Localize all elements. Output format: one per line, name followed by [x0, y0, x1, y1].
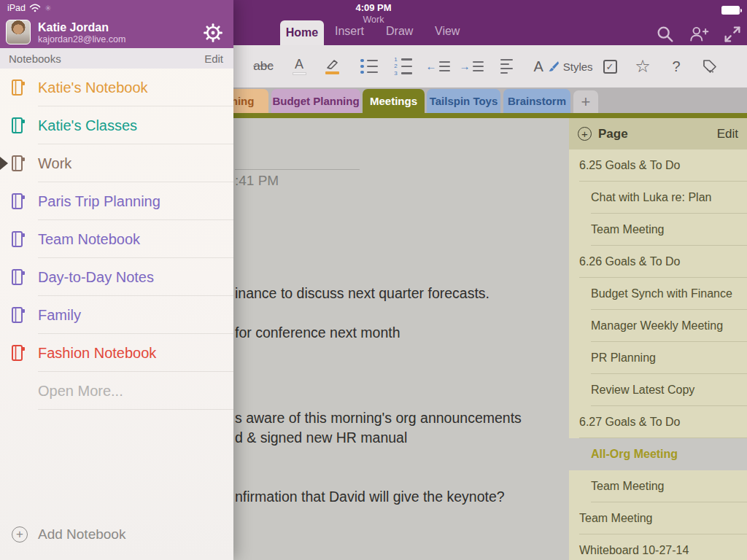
- battery-icon: [721, 6, 740, 15]
- star-tag-button[interactable]: ☆: [626, 45, 659, 88]
- page-list: 6.25 Goals & To Do Chat with Luka re: Pl…: [569, 149, 747, 560]
- page-row[interactable]: Team Meeting: [569, 470, 747, 502]
- notebook-row-current[interactable]: Work: [0, 144, 233, 182]
- add-notebook-button[interactable]: + Add Notebook: [0, 516, 233, 553]
- current-notebook-arrow: [0, 157, 8, 170]
- page-edit-button[interactable]: Edit: [717, 127, 738, 141]
- page-list-panel: + Page Edit 6.25 Goals & To Do Chat with…: [569, 118, 747, 560]
- tab-draw[interactable]: Draw: [386, 25, 413, 38]
- font-color-button[interactable]: A: [282, 45, 316, 88]
- bullet-list-button[interactable]: [352, 45, 386, 88]
- star-icon: ☆: [635, 58, 651, 75]
- section-tab-brainstorm[interactable]: Brainstorm: [503, 89, 570, 113]
- add-page-button[interactable]: Page: [598, 127, 628, 141]
- device-status: iPad ✳: [7, 3, 51, 13]
- section-tab-meetings[interactable]: Meetings: [363, 89, 425, 113]
- note-text-line: for conference next month: [235, 324, 400, 341]
- sync-spinner-icon: ✳: [44, 4, 51, 13]
- notebook-icon: [10, 230, 26, 248]
- section-tab-budget-planning[interactable]: Budget Planning: [271, 89, 360, 113]
- note-text-line: s aware of this morning's org announceme…: [235, 410, 522, 427]
- onenote-app: 4:09 PM Work Home Insert Draw View abc: [0, 0, 747, 560]
- notebook-icon: [10, 306, 26, 324]
- styles-button[interactable]: A Styles: [530, 45, 597, 88]
- strikethrough-button[interactable]: abc: [247, 45, 280, 88]
- page-row[interactable]: Manager Weekly Meeting: [569, 310, 747, 342]
- user-name: Katie Jordan: [38, 21, 109, 34]
- tag-icon: [702, 58, 718, 74]
- outdent-button[interactable]: ←: [421, 45, 454, 88]
- page-row[interactable]: Chat with Luka re: Plan: [569, 182, 747, 214]
- more-tags-button[interactable]: [693, 45, 727, 88]
- highlight-color-swatch: [325, 71, 339, 74]
- font-color-swatch: [293, 72, 306, 75]
- user-avatar[interactable]: [6, 20, 31, 44]
- tab-insert[interactable]: Insert: [335, 25, 364, 38]
- notebook-row[interactable]: Paris Trip Planning: [0, 182, 233, 220]
- tab-home[interactable]: Home: [280, 20, 324, 45]
- page-row[interactable]: Team Meeting: [569, 214, 747, 246]
- tab-view[interactable]: View: [435, 25, 460, 38]
- search-icon[interactable]: [655, 24, 676, 44]
- notebooks-list-header: Notebooks Edit: [0, 48, 233, 69]
- page-title-underline: [235, 169, 360, 170]
- page-row[interactable]: Budget Synch with Finance: [569, 278, 747, 310]
- notebook-row[interactable]: Katie's Classes: [0, 106, 233, 144]
- fullscreen-expand-icon[interactable]: [722, 24, 743, 44]
- notebook-icon: [10, 268, 26, 286]
- page-row[interactable]: 6.26 Goals & To Do: [569, 246, 747, 278]
- note-canvas[interactable]: :41 PM inance to discuss next quarter fo…: [233, 118, 569, 560]
- sidebar-header: iPad ✳ Katie Jordan kajordan28@live.com: [0, 0, 233, 48]
- add-page-icon[interactable]: +: [578, 127, 592, 141]
- notebooks-title: Notebooks: [9, 52, 61, 65]
- page-row[interactable]: Whiteboard 10-27-14: [569, 534, 747, 560]
- notebook-icon: [10, 344, 26, 362]
- highlighter-button[interactable]: [315, 45, 349, 88]
- highlighter-icon: [325, 58, 339, 70]
- note-text-line: d & signed new HR manual: [235, 429, 407, 446]
- notebook-row[interactable]: Fashion Notebook: [0, 334, 233, 372]
- note-text-line: inance to discuss next quarter forecasts…: [235, 285, 489, 302]
- page-timestamp: :41 PM: [235, 173, 279, 189]
- section-tab-tailspin-toys[interactable]: Tailspin Toys: [427, 89, 500, 113]
- settings-gear-icon[interactable]: [203, 23, 223, 43]
- page-row[interactable]: Team Meeting: [569, 502, 747, 534]
- notebook-icon: [10, 192, 26, 210]
- open-more-button[interactable]: Open More...: [0, 372, 233, 410]
- notebook-row[interactable]: Family: [0, 296, 233, 334]
- page-row[interactable]: 6.25 Goals & To Do: [569, 149, 747, 182]
- notebook-row[interactable]: Day-to-Day Notes: [0, 258, 233, 296]
- numbered-list-button[interactable]: 1 2 3: [386, 45, 419, 88]
- checkbox-icon: ✓: [603, 60, 617, 74]
- indent-button[interactable]: →: [454, 45, 488, 88]
- notebook-icon: [10, 79, 26, 96]
- add-notebook-plus-icon: +: [12, 526, 28, 542]
- page-panel-header: + Page Edit: [569, 118, 747, 149]
- notebook-icon: [10, 117, 26, 134]
- user-email: kajordan28@live.com: [38, 34, 125, 44]
- page-row[interactable]: Review Latest Copy: [569, 374, 747, 406]
- todo-checkbox-button[interactable]: ✓: [593, 45, 627, 88]
- share-add-person-icon[interactable]: [689, 24, 709, 44]
- notebooks-edit-button[interactable]: Edit: [204, 52, 223, 65]
- note-text-line: nfirmation that David will give the keyn…: [235, 489, 505, 505]
- page-row[interactable]: 6.27 Goals & To Do: [569, 406, 747, 438]
- paragraph-align-button[interactable]: [489, 45, 523, 88]
- page-row-selected[interactable]: All-Org Meeting: [560, 438, 747, 470]
- notebooks-sidebar: iPad ✳ Katie Jordan kajordan28@live.com: [0, 0, 233, 560]
- style-brush-icon: [547, 61, 560, 73]
- notebooks-list: Katie's Notebook Katie's Classes Work Pa…: [0, 69, 233, 410]
- add-section-button[interactable]: +: [573, 90, 598, 113]
- notebook-row[interactable]: Katie's Notebook: [0, 69, 233, 106]
- notebook-row[interactable]: Team Notebook: [0, 220, 233, 258]
- question-tag-button[interactable]: ?: [659, 45, 693, 88]
- wifi-icon: [29, 4, 41, 12]
- notebook-icon: [10, 155, 26, 172]
- page-row[interactable]: PR Planning: [569, 342, 747, 374]
